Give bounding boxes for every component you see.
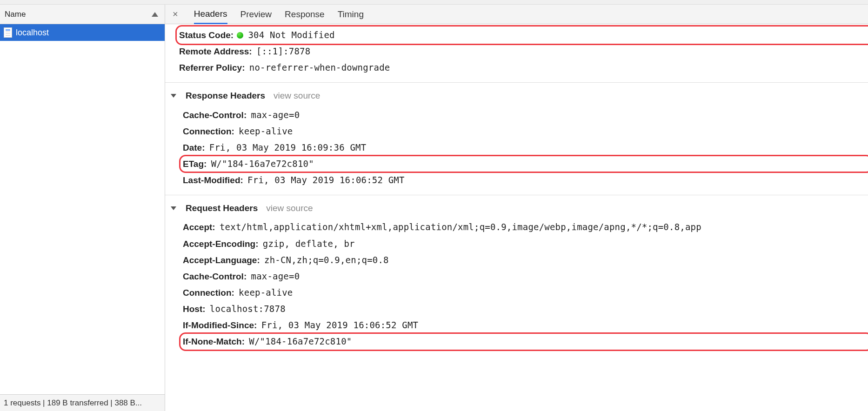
value: gzip, deflate, br xyxy=(261,239,355,249)
row-accept: Accept text/html,application/xhtml+xml,a… xyxy=(183,219,863,235)
label: If-Modified-Since xyxy=(183,320,257,330)
label: Connection xyxy=(183,288,234,298)
value: keep-alive xyxy=(237,126,293,136)
row-if-modified-since: If-Modified-Since Fri, 03 May 2019 16:06… xyxy=(183,317,863,333)
row-accept-language: Accept-Language zh-CN,zh;q=0.9,en;q=0.8 xyxy=(183,252,863,268)
row-referrer-policy: Referrer Policy no-referrer-when-downgra… xyxy=(179,60,863,76)
value: localhost:7878 xyxy=(208,304,286,314)
section-title-response[interactable]: Response Headers view source xyxy=(170,87,863,104)
label: Date xyxy=(183,143,205,152)
status-text: 1 requests | 189 B transferred | 388 B..… xyxy=(4,398,142,407)
label: Accept-Encoding xyxy=(183,239,259,249)
chevron-down-icon xyxy=(171,206,176,210)
row-req-cache-control: Cache-Control max-age=0 xyxy=(183,268,863,285)
request-headers-label: Request Headers xyxy=(186,200,258,216)
request-name: localhost xyxy=(16,28,49,38)
value-remote-address: [::1]:7878 xyxy=(254,46,310,56)
value: keep-alive xyxy=(237,287,293,298)
headers-content: Status Code 304 Not Modified Remote Addr… xyxy=(165,24,868,411)
label-status-code: Status Code xyxy=(179,30,234,40)
network-status-bar: 1 requests | 189 B transferred | 388 B..… xyxy=(0,394,165,411)
value: max-age=0 xyxy=(249,271,300,281)
label: Last-Modified xyxy=(183,175,243,185)
label: Accept xyxy=(183,222,215,232)
row-cache-control: Cache-Control max-age=0 xyxy=(183,107,863,123)
chevron-down-icon xyxy=(171,94,176,98)
row-remote-address: Remote Address [::1]:7878 xyxy=(179,43,863,60)
sidebar-column-header[interactable]: Name xyxy=(0,5,165,24)
row-accept-encoding: Accept-Encoding gzip, deflate, br xyxy=(183,236,863,252)
request-details-pane: × Headers Preview Response Timing Status… xyxy=(165,5,868,411)
label: Host xyxy=(183,304,206,314)
label: Connection xyxy=(183,126,234,136)
column-name-label: Name xyxy=(5,10,26,19)
response-headers-label: Response Headers xyxy=(186,87,265,104)
section-general: Status Code 304 Not Modified Remote Addr… xyxy=(165,24,868,82)
row-if-none-match: If-None-Match W/"184-16a7e72c810" xyxy=(183,333,863,350)
value: text/html,application/xhtml+xml,applicat… xyxy=(218,222,701,232)
value: zh-CN,zh;q=0.9,en;q=0.8 xyxy=(262,255,389,265)
window-top-strip xyxy=(0,0,868,5)
request-sidebar: Name localhost 1 requests | 189 B transf… xyxy=(0,5,165,411)
row-last-modified: Last-Modified Fri, 03 May 2019 16:06:52 … xyxy=(183,172,863,188)
value: Fri, 03 May 2019 16:09:36 GMT xyxy=(207,142,367,152)
view-source-request[interactable]: view source xyxy=(266,200,313,216)
view-source-response[interactable]: view source xyxy=(274,87,320,104)
tab-timing[interactable]: Timing xyxy=(338,6,364,23)
close-icon[interactable]: × xyxy=(170,9,181,20)
request-row[interactable]: localhost xyxy=(0,24,165,41)
label: Accept-Language xyxy=(183,255,260,265)
section-title-request[interactable]: Request Headers view source xyxy=(170,200,863,216)
tab-preview[interactable]: Preview xyxy=(240,6,272,23)
row-connection: Connection keep-alive xyxy=(183,123,863,139)
document-icon xyxy=(4,27,12,38)
label: Cache-Control xyxy=(183,110,247,120)
label: ETag xyxy=(183,159,207,169)
label-referrer-policy: Referrer Policy xyxy=(179,63,245,73)
row-etag: ETag W/"184-16a7e72c810" xyxy=(183,156,863,172)
tab-headers[interactable]: Headers xyxy=(194,5,227,24)
value: W/"184-16a7e72c810" xyxy=(209,159,314,169)
request-headers-list: Accept text/html,application/xhtml+xml,a… xyxy=(170,219,863,350)
label: Cache-Control xyxy=(183,272,247,281)
value: Fri, 03 May 2019 16:06:52 GMT xyxy=(246,175,405,185)
value: max-age=0 xyxy=(249,110,300,120)
row-host: Host localhost:7878 xyxy=(183,301,863,317)
value-status-code: 304 Not Modified xyxy=(246,30,334,40)
tab-response[interactable]: Response xyxy=(285,6,325,23)
label: If-None-Match xyxy=(183,337,245,346)
sort-ascending-icon xyxy=(152,12,158,17)
detail-tabs: × Headers Preview Response Timing xyxy=(165,5,868,24)
status-ok-icon xyxy=(237,32,243,39)
row-req-connection: Connection keep-alive xyxy=(183,285,863,301)
row-status-code: Status Code 304 Not Modified xyxy=(179,27,863,43)
devtools-network-panel: Name localhost 1 requests | 189 B transf… xyxy=(0,5,868,411)
label-remote-address: Remote Address xyxy=(179,46,252,56)
section-response-headers: Response Headers view source Cache-Contr… xyxy=(165,82,868,195)
row-date: Date Fri, 03 May 2019 16:09:36 GMT xyxy=(183,139,863,156)
section-request-headers: Request Headers view source Accept text/… xyxy=(165,195,868,356)
value: W/"184-16a7e72c810" xyxy=(247,336,352,346)
value: Fri, 03 May 2019 16:06:52 GMT xyxy=(260,320,419,330)
request-list: localhost xyxy=(0,24,165,394)
response-headers-list: Cache-Control max-age=0 Connection keep-… xyxy=(170,107,863,189)
value-referrer-policy: no-referrer-when-downgrade xyxy=(247,62,390,73)
